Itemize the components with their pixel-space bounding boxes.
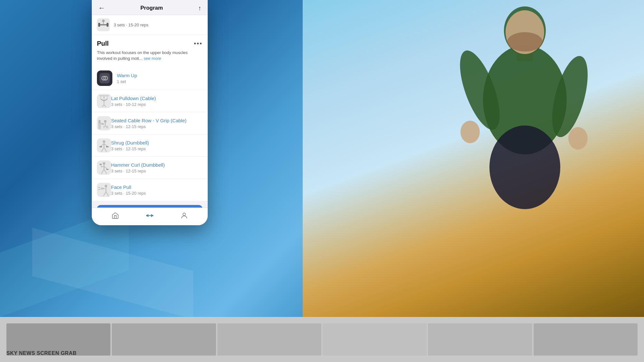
svg-line-25 xyxy=(102,105,104,107)
svg-point-13 xyxy=(102,20,105,22)
svg-rect-53 xyxy=(99,164,102,165)
svg-line-52 xyxy=(104,166,107,169)
exercise-details-shrug: 3 sets · 12-15 reps xyxy=(111,146,203,151)
warmup-icon-inner xyxy=(99,73,110,83)
warmup-icon xyxy=(97,70,112,86)
face-pull-icon xyxy=(97,183,111,197)
svg-line-57 xyxy=(101,172,102,174)
svg-line-63 xyxy=(98,187,100,188)
svg-line-67 xyxy=(103,195,104,196)
svg-line-40 xyxy=(101,144,104,146)
svg-rect-11 xyxy=(98,23,100,27)
section-menu-button[interactable]: ••• xyxy=(194,40,203,47)
top-item-icon xyxy=(97,18,110,31)
see-more-link[interactable]: see more xyxy=(144,56,161,61)
svg-point-48 xyxy=(103,162,105,165)
phone-content: 3 sets · 15-20 reps Pull ••• This workou… xyxy=(92,15,208,208)
section-card: Pull ••• This workout focuses on the upp… xyxy=(92,35,208,67)
svg-point-38 xyxy=(103,140,105,143)
svg-point-23 xyxy=(103,99,105,101)
svg-line-51 xyxy=(101,164,101,167)
nav-workout[interactable] xyxy=(146,211,154,222)
section-title: Pull xyxy=(97,40,109,47)
exercise-item-shrug[interactable]: Shrug (Dumbbell) 3 sets · 12-15 reps xyxy=(92,135,208,157)
svg-line-41 xyxy=(104,144,107,146)
exercise-info-warmup: Warm Up 1 set xyxy=(117,73,203,84)
exercise-details-face-pull: 3 sets · 15-20 reps xyxy=(111,191,203,196)
svg-rect-43 xyxy=(106,146,109,147)
top-item-text: 3 sets · 15-20 reps xyxy=(114,23,148,27)
svg-rect-37 xyxy=(107,126,108,128)
svg-line-68 xyxy=(108,195,109,196)
exercise-info-hammer-curl: Hammer Curl (Dumbbell) 3 sets · 12-15 re… xyxy=(111,162,203,173)
svg-point-7 xyxy=(489,125,560,209)
exercise-info-seated-cable-row: Seated Cable Row - V Grip (Cable) 3 sets… xyxy=(111,118,203,129)
svg-line-62 xyxy=(101,189,105,189)
svg-rect-69 xyxy=(146,215,147,216)
svg-line-26 xyxy=(104,105,106,107)
exercise-name-hammer-curl: Hammer Curl (Dumbbell) xyxy=(111,162,203,168)
back-button[interactable]: ← xyxy=(98,4,105,12)
svg-rect-73 xyxy=(148,215,151,216)
svg-rect-71 xyxy=(147,214,148,217)
lat-pulldown-icon xyxy=(97,94,111,108)
svg-rect-54 xyxy=(106,169,109,170)
svg-rect-72 xyxy=(151,214,152,217)
home-icon xyxy=(111,212,119,221)
top-item: 3 sets · 15-20 reps xyxy=(92,15,208,35)
exercise-info-shrug: Shrug (Dumbbell) 3 sets · 12-15 reps xyxy=(111,140,203,151)
exercise-item-warmup[interactable]: Warm Up 1 set xyxy=(92,67,208,90)
svg-line-46 xyxy=(101,151,102,152)
exercise-item-lat-pulldown[interactable]: Lat Pulldown (Cable) 3 sets · 10-12 reps xyxy=(92,90,208,112)
page-title: Program xyxy=(140,5,163,11)
nav-profile[interactable] xyxy=(180,212,188,221)
svg-point-59 xyxy=(105,185,107,187)
svg-point-9 xyxy=(507,32,543,51)
svg-line-47 xyxy=(106,151,107,152)
exercise-details-hammer-curl: 3 sets · 12-15 reps xyxy=(111,169,203,173)
exercise-item-hammer-curl[interactable]: Hammer Curl (Dumbbell) 3 sets · 12-15 re… xyxy=(92,157,208,179)
svg-rect-10 xyxy=(99,24,108,25)
share-button[interactable]: ↑ xyxy=(198,5,201,12)
person-area xyxy=(435,0,628,225)
shrug-icon xyxy=(97,138,111,153)
svg-rect-42 xyxy=(99,146,102,147)
thumbnail-2 xyxy=(112,323,216,356)
nav-home[interactable] xyxy=(111,212,119,221)
svg-rect-36 xyxy=(103,126,108,127)
thumbnail-3 xyxy=(217,323,321,356)
svg-rect-28 xyxy=(99,120,100,123)
bottom-bar: SKY NEWS SCREEN GRAB xyxy=(0,317,644,362)
svg-line-45 xyxy=(104,147,106,151)
seated-cable-row-icon xyxy=(97,116,111,130)
exercise-info-face-pull: Face Pull 3 sets · 15-20 reps xyxy=(111,184,203,196)
exercise-info-lat-pulldown: Lat Pulldown (Cable) 3 sets · 10-12 reps xyxy=(111,96,203,107)
svg-rect-12 xyxy=(107,23,109,27)
exercise-name-seated-cable-row: Seated Cable Row - V Grip (Cable) xyxy=(111,118,203,123)
exercise-list: Warm Up 1 set xyxy=(92,67,208,201)
screen-grab-label: SKY NEWS SCREEN GRAB xyxy=(6,350,77,356)
svg-line-55 xyxy=(102,169,104,172)
exercise-name-lat-pulldown: Lat Pulldown (Cable) xyxy=(111,96,203,101)
exercise-details-lat-pulldown: 3 sets · 10-12 reps xyxy=(111,102,203,107)
thumbnail-strip xyxy=(6,323,638,356)
phone-header: ← Program ↑ xyxy=(92,0,208,15)
profile-icon xyxy=(180,212,188,221)
section-description: This workout focuses on the upper body m… xyxy=(97,50,203,61)
svg-rect-70 xyxy=(152,215,153,216)
exercise-details-warmup: 1 set xyxy=(117,79,203,84)
svg-rect-18 xyxy=(103,96,105,99)
thumbnail-5 xyxy=(428,323,532,356)
exercise-name-shrug: Shrug (Dumbbell) xyxy=(111,140,203,145)
svg-rect-17 xyxy=(99,95,109,96)
exercise-item-face-pull[interactable]: Face Pull 3 sets · 15-20 reps xyxy=(92,179,208,201)
workout-icon xyxy=(146,211,154,222)
phone-mockup: ← Program ↑ 3 sets · 15-20 reps xyxy=(92,0,208,225)
svg-line-65 xyxy=(104,192,106,195)
svg-line-66 xyxy=(106,192,108,195)
exercise-details-seated-cable-row: 3 sets · 12-15 reps xyxy=(111,124,203,129)
svg-point-30 xyxy=(104,120,107,123)
exercise-item-seated-cable-row[interactable]: Seated Cable Row - V Grip (Cable) 3 sets… xyxy=(92,112,208,135)
svg-line-64 xyxy=(98,189,100,190)
exercise-name-warmup: Warm Up xyxy=(117,73,203,78)
